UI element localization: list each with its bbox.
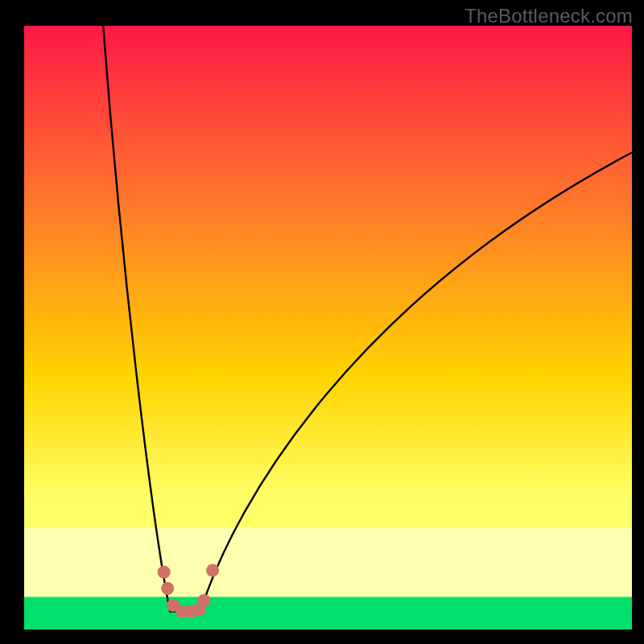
bottleneck-chart	[0, 0, 644, 644]
data-marker	[161, 582, 174, 595]
watermark-text: TheBottleneck.com	[464, 5, 633, 27]
plot-background	[24, 26, 632, 630]
data-marker	[158, 566, 171, 579]
chart-frame: TheBottleneck.com	[0, 0, 644, 644]
data-marker	[206, 564, 219, 577]
data-marker	[197, 594, 210, 607]
